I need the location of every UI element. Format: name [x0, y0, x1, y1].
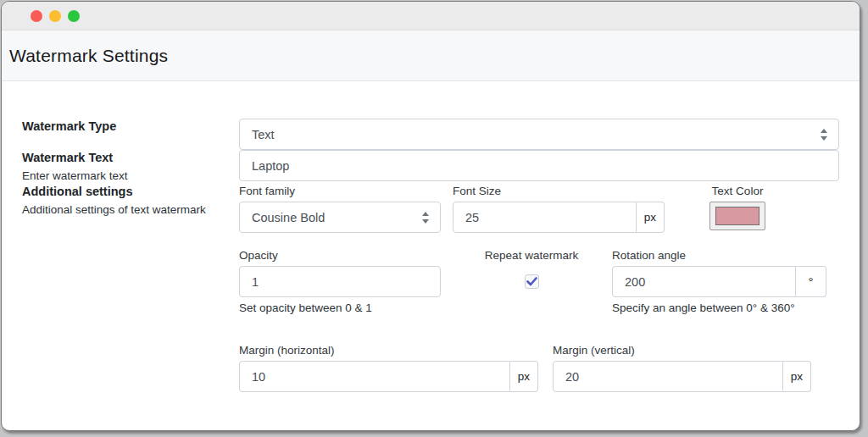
font-family-value: Cousine Bold	[252, 211, 325, 224]
checkmark-icon	[526, 277, 537, 286]
watermark-text-label: Watermark Text	[22, 150, 239, 166]
additional-line-3: Margin (horizontal) px Margin (vertical)…	[239, 343, 839, 392]
additional-line-2: Opacity Set opacity between 0 & 1 Repeat…	[239, 248, 839, 314]
repeat-watermark-checkbox[interactable]	[525, 274, 539, 289]
margin-vertical-input[interactable]	[553, 361, 783, 392]
font-size-label: Font Size	[453, 184, 652, 198]
text-color-swatch-inner	[715, 207, 760, 225]
additional-settings-row: Additional settings Additional settings …	[22, 184, 839, 392]
header: Watermark Settings	[2, 30, 860, 81]
rotation-angle-helper: Specify an angle between 0° & 360°	[612, 301, 812, 314]
maximize-button[interactable]	[68, 10, 80, 22]
additional-settings-helper: Additional settings of text watermark	[22, 202, 239, 218]
text-color-label: Text Color	[709, 184, 765, 198]
rotation-angle-label: Rotation angle	[612, 248, 812, 263]
text-color-picker[interactable]	[709, 202, 765, 230]
page-title: Watermark Settings	[9, 46, 168, 66]
opacity-helper: Set opacity between 0 & 1	[239, 301, 441, 314]
margin-horizontal-unit: px	[510, 361, 538, 392]
margin-vertical-label: Margin (vertical)	[553, 343, 811, 357]
font-size-unit: px	[637, 202, 665, 233]
watermark-type-value: Text	[252, 128, 275, 141]
additional-line-1: Font family Cousine Bold Font Size	[239, 184, 839, 233]
opacity-label: Opacity	[239, 248, 441, 263]
font-size-input[interactable]	[453, 202, 637, 233]
font-family-label: Font family	[239, 184, 441, 198]
repeat-watermark-label: Repeat watermark	[476, 248, 587, 263]
settings-form: Watermark Type Text Watermark Text Enter…	[2, 81, 860, 392]
close-button[interactable]	[31, 10, 42, 22]
rotation-angle-unit: °	[796, 266, 826, 297]
margin-vertical-unit: px	[783, 361, 811, 392]
opacity-input[interactable]	[239, 266, 441, 297]
minimize-button[interactable]	[49, 10, 61, 22]
margin-horizontal-label: Margin (horizontal)	[239, 343, 538, 357]
margin-horizontal-input[interactable]	[239, 361, 510, 392]
watermark-type-label: Watermark Type	[22, 119, 239, 135]
rotation-angle-input[interactable]	[612, 266, 796, 297]
additional-settings-label: Additional settings	[22, 184, 239, 200]
select-stepper-icon	[421, 212, 430, 224]
watermark-type-row: Watermark Type Text	[22, 119, 839, 150]
watermark-settings-window: Watermark Settings Watermark Type Text W…	[1, 1, 860, 431]
watermark-text-row: Watermark Text Enter watermark text	[22, 150, 839, 184]
watermark-type-select[interactable]: Text	[239, 119, 839, 150]
font-family-select[interactable]: Cousine Bold	[239, 202, 441, 233]
watermark-text-input[interactable]	[239, 150, 839, 181]
titlebar	[2, 2, 860, 30]
watermark-text-helper: Enter watermark text	[22, 168, 239, 184]
select-stepper-icon	[820, 129, 828, 141]
